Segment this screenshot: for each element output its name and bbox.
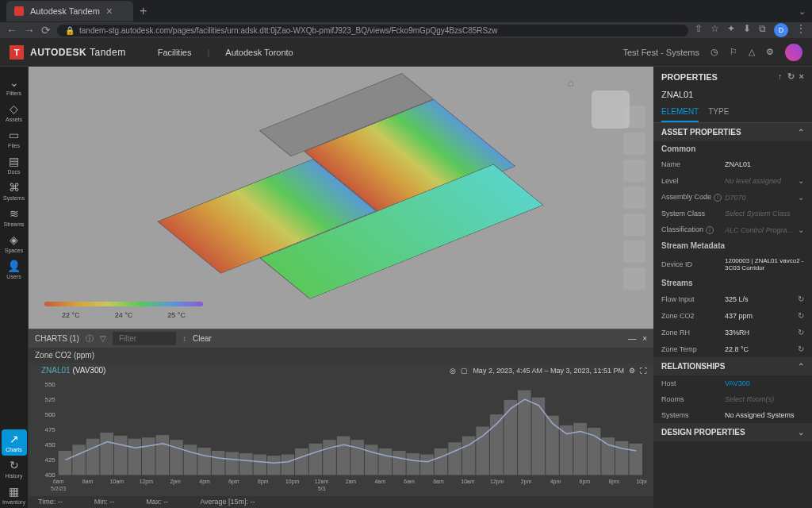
chart-date-range: May 2, 2023, 4:45 AM – May 3, 2023, 11:5… [473,367,624,375]
nav-facilities[interactable]: Facilities [158,48,192,57]
new-tab-button[interactable]: + [140,4,147,18]
rail-assets[interactable]: ◇Assets [2,99,27,125]
legend-label-2: 24 °C [115,311,133,319]
chart-zone[interactable]: ZNAL01 [41,366,71,375]
chevron-down-icon[interactable]: ⌄ [799,6,806,17]
prop-zone-temp: Zone Temp22.8 °C↻ [653,341,812,357]
tool-5[interactable] [623,214,645,236]
filter-input[interactable] [113,332,176,345]
charts-tab[interactable]: CHARTS (1) [35,334,79,343]
tab-favicon-icon [14,6,24,16]
nav-location[interactable]: Autodesk Toronto [225,48,293,57]
menu-icon[interactable]: ⋮ [796,23,806,37]
section-design-properties[interactable]: DESIGN PROPERTIES⌄ [653,423,812,441]
close-icon[interactable]: × [799,71,804,82]
clear-button[interactable]: Clear [193,334,212,343]
chart-area[interactable]: 4004254504755005255506am5/2/238am10am12p… [29,378,653,496]
svg-rect-13 [142,438,155,475]
close-icon[interactable]: × [106,5,113,17]
rail-inventory[interactable]: ▦Inventory [2,482,27,508]
reload-button[interactable]: ⟳ [41,24,51,37]
prop-device-id: Device ID1200003 | ZNAL01 vavco2 - 3C03 … [653,253,812,275]
tool-7[interactable] [623,267,645,290]
back-button[interactable]: ← [6,24,17,37]
download-icon[interactable]: ⬇ [743,23,751,37]
prop-host[interactable]: HostVAV300 [653,375,812,391]
svg-rect-32 [407,453,420,475]
bell-icon[interactable]: △ [749,47,755,57]
expand-icon[interactable]: ⛶ [640,367,647,375]
tool-1[interactable] [623,106,645,128]
minimize-icon[interactable]: — [628,334,636,343]
svg-text:12pm: 12pm [490,479,504,485]
svg-text:8am: 8am [82,479,94,484]
sort-icon[interactable]: ↕ [182,334,186,343]
chart-title: Zone CO2 (ppm) [29,348,653,363]
section-relationships[interactable]: RELATIONSHIPS⌃ [653,357,812,375]
star-icon[interactable]: ☆ [710,23,719,37]
calendar-icon[interactable]: ▢ [461,367,468,375]
rail-files[interactable]: ▭Files [2,125,27,152]
browser-tab[interactable]: Autodesk Tandem × [6,1,133,21]
svg-text:6pm: 6pm [228,479,239,485]
tool-6[interactable] [623,241,645,263]
svg-text:4am: 4am [375,479,386,484]
rail-filters[interactable]: ⌄Filters [2,73,27,99]
settings-icon[interactable]: ⚙ [629,367,635,375]
browser-user-avatar[interactable]: D [774,23,788,37]
gear-icon[interactable]: ⚙ [766,47,774,57]
target-icon[interactable]: ◎ [450,367,456,375]
tool-4[interactable] [623,187,645,209]
url-input[interactable]: 🔒 tandem-stg.autodesk.com/pages/faciliti… [57,25,688,37]
avatar[interactable] [785,44,802,61]
rail-streams[interactable]: ≋Streams [2,204,27,230]
svg-text:10am: 10am [461,479,475,484]
svg-rect-27 [337,437,350,475]
tab-type[interactable]: TYPE [708,102,729,122]
bookmark-icon[interactable]: ⚐ [730,47,737,57]
tab-element[interactable]: ELEMENT [661,102,699,122]
up-icon[interactable]: ↑ [778,71,783,82]
properties-panel: PROPERTIES ↑ ↻ × ZNAL01 ELEMENT TYPE ASS… [653,67,812,508]
brand-block[interactable]: T AUTODESK Tandem [10,45,126,60]
svg-rect-44 [573,423,587,475]
heatmap-legend: 22 °C 24 °C 25 °C [44,302,203,319]
svg-rect-48 [629,444,642,475]
copy-icon[interactable]: ⧉ [759,23,766,37]
clock-icon[interactable]: ◷ [710,47,718,57]
home-icon[interactable]: ⌂ [568,76,574,89]
rail-spaces[interactable]: ◈Spaces [2,230,27,256]
svg-text:12pm: 12pm [140,479,154,485]
svg-rect-14 [156,436,170,475]
share-icon[interactable]: ⇧ [695,23,703,37]
tool-2[interactable] [623,133,645,155]
tool-3[interactable] [623,160,645,182]
prop-level[interactable]: LevelNo level assigned⌄ [653,172,812,189]
rail-docs[interactable]: ▤Docs [2,152,27,178]
legend-label-1: 22 °C [62,311,80,319]
svg-text:450: 450 [45,442,56,449]
close-icon[interactable]: × [642,334,647,343]
section-asset-properties[interactable]: ASSET PROPERTIES⌃ [653,123,812,141]
prop-rooms[interactable]: RoomsSelect Room(s) [653,391,812,407]
browser-chrome: Autodesk Tandem × + ⌄ ← → ⟳ 🔒 tandem-stg… [0,0,812,38]
chart-footer: Time: -- Min: -- Max: -- Average [15m]: … [29,496,653,508]
rail-charts[interactable]: ↗Charts [2,429,27,456]
rail-users[interactable]: 👤Users [2,256,27,283]
rail-history[interactable]: ↻History [2,456,27,482]
refresh-icon[interactable]: ↻ [787,71,795,82]
info-icon[interactable]: ⓘ [86,333,94,344]
svg-text:2am: 2am [346,479,357,484]
prop-classification[interactable]: ClassificationiALC Control Progra...⌄ [653,221,812,238]
svg-rect-42 [546,416,559,475]
rail-systems[interactable]: ⌘Systems [2,178,27,204]
url-text: tandem-stg.autodesk.com/pages/facilities… [79,26,497,35]
svg-rect-47 [615,441,629,475]
prop-system-class[interactable]: System ClassSelect System Class [653,206,812,221]
svg-text:8pm: 8pm [608,479,619,485]
filter-icon[interactable]: ▽ [100,334,106,343]
forward-button[interactable]: → [24,24,35,37]
3d-viewport[interactable]: ⌂ 22 °C 24 °C 25 °C [29,67,653,329]
extensions-icon[interactable]: ✦ [727,23,735,37]
prop-assembly-code[interactable]: Assembly CodeiD7070⌄ [653,189,812,206]
